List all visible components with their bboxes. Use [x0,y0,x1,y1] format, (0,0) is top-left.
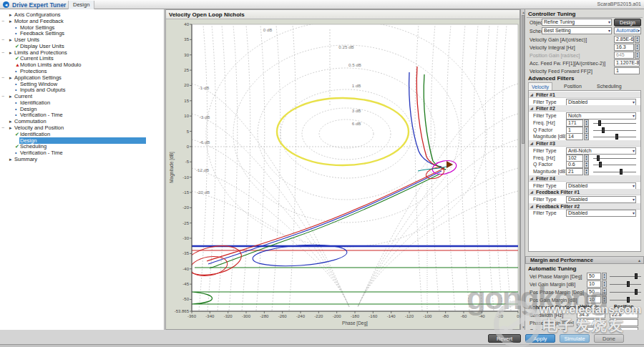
sidebar-item-motion-limits-and-modulo[interactable]: ▲Motion Limits and Modulo [0,62,165,68]
collapse-icon[interactable]: − [1,74,4,81]
param-input[interactable]: 1 [614,67,640,74]
spinner-control[interactable]: ▲▼ [602,280,607,288]
tab-velocity[interactable]: Velocity [528,82,552,90]
filter-param-input[interactable]: 0.6 [566,161,583,168]
param-input[interactable]: 16.3 [614,44,634,51]
filter-group-header[interactable]: ◢Filter #4 [529,175,640,182]
auto-tuning-input[interactable]: 10 [587,280,601,288]
sidebar-item-velocity-and-position[interactable]: −▸Velocity and Position [0,124,165,131]
scheduling-dropdown[interactable]: Best Setting▾ [542,27,612,34]
sidebar-item-setting-window[interactable]: •Setting Window [0,81,165,87]
param-input[interactable]: 2.85E-6 [614,36,634,43]
auto-tuning-slider[interactable] [610,288,641,295]
slider-handle[interactable] [602,127,605,133]
param-input[interactable]: 645 [614,52,634,59]
slider-handle[interactable] [615,134,618,140]
sidebar-item-design[interactable]: ✔Design [0,137,165,144]
scheduling-mode-dropdown[interactable]: Automatic▾ [614,27,641,34]
spinner-control[interactable]: ▲▼ [635,52,640,59]
sidebar-item-commutation[interactable]: ▸Commutation [0,118,165,124]
filter-type-dropdown[interactable]: Disabled▾ [566,196,636,203]
filter-param-input[interactable]: 1 [566,127,583,134]
filter-param-slider[interactable] [593,161,636,168]
slider-handle[interactable] [635,273,638,279]
auto-tuning-slider[interactable] [610,280,641,288]
filter-param-input[interactable]: 21 [566,168,583,175]
filter-type-dropdown[interactable]: Disabled▾ [566,182,636,190]
sidebar-item-feedback-settings[interactable]: •Feedback Settings [0,30,165,36]
filter-group-header[interactable]: ◢Feedback Filter #2 [529,203,640,210]
sidebar-item-inputs-and-outputs[interactable]: •Inputs and Outputs [0,87,165,93]
panel-scrollbar[interactable]: ▴ ▾ [520,9,525,330]
filter-param-slider[interactable] [593,155,636,162]
sidebar-item-summary[interactable]: ▸Summary [0,156,165,162]
design-button[interactable]: Design [614,19,641,26]
expand-icon[interactable]: ◢ [530,106,533,110]
sidebar-item-protections[interactable]: •Protections [0,68,165,74]
filter-param-input[interactable]: 102 [566,155,583,162]
tab-design[interactable]: Design [68,1,94,9]
sidebar-item-identification[interactable]: •Identification [0,99,165,106]
param-input[interactable]: 1.1207E-8 [614,59,640,67]
sidebar-item-verification-time[interactable]: •Verification - Time [0,150,165,156]
margin-performance-header[interactable]: Margin and Performance ▴ [525,256,644,264]
collapse-icon[interactable]: − [1,124,4,131]
auto-tuning-slider[interactable] [610,296,641,303]
filter-group-header[interactable]: ◢Filter #3 [529,140,640,147]
filter-group-header[interactable]: ◢Feedback Filter #1 [529,189,640,195]
auto-tuning-input[interactable]: 50 [587,288,601,295]
revert-button[interactable]: Revert [488,334,521,343]
slider-handle[interactable] [598,120,601,126]
tab-position[interactable]: Position [561,82,585,90]
sidebar-item-axis-configurations[interactable]: ▸Axis Configurations [0,11,165,18]
sidebar-item-application-settings[interactable]: −▸Application Settings [0,74,165,81]
sidebar-item-motor-and-feedback[interactable]: −▸Motor and Feedback [0,18,165,24]
objective-dropdown[interactable]: Refine Tuning▾ [542,19,612,26]
spinner-control[interactable]: ▲▼ [602,296,607,303]
collapse-icon[interactable]: ▴ [638,257,640,264]
slider-handle[interactable] [597,155,600,161]
collapse-icon[interactable]: − [1,49,4,56]
sidebar-item-scheduling[interactable]: ✔Scheduling [0,143,165,150]
spinner-control[interactable]: ▲▼ [584,127,589,134]
auto-tuning-input[interactable]: 10 [587,296,601,303]
spinner-control[interactable]: ▲▼ [584,155,589,162]
sidebar-item-user-units[interactable]: −▸User Units [0,36,165,43]
spinner-control[interactable]: ▲▼ [635,36,640,43]
collapse-icon[interactable]: − [1,36,4,43]
slider-handle[interactable] [599,162,602,167]
slider-handle[interactable] [627,281,630,287]
spinner-control[interactable]: ▲▼ [584,161,589,168]
filter-param-slider[interactable] [593,127,636,134]
filter-type-dropdown[interactable]: Notch▾ [566,112,636,119]
auto-tuning-input[interactable]: 50 [587,273,601,280]
filter-group-header[interactable]: ◢Filter #2 [529,105,640,112]
spinner-control[interactable]: ▲▼ [584,133,589,140]
expand-icon[interactable]: ◢ [530,92,533,97]
expand-icon[interactable]: ◢ [530,176,533,180]
filter-type-dropdown[interactable]: Disabled▾ [566,99,636,106]
expand-icon[interactable]: ◢ [530,204,533,208]
sidebar-item-display-user-units[interactable]: ✔Display User Units [0,43,165,49]
filter-group-header[interactable]: ◢Filter #1 [529,92,640,98]
scroll-thumb[interactable] [522,15,525,144]
spinner-control[interactable]: ▲▼ [635,44,640,51]
done-button[interactable]: Done [594,334,624,343]
slider-handle[interactable] [635,289,638,295]
sidebar-item-design[interactable]: •Design [0,106,165,112]
spinner-control[interactable]: ▲▼ [602,273,607,280]
auto-tuning-slider[interactable] [610,273,641,280]
sidebar-item-identification[interactable]: ✔Identification [0,131,165,137]
expand-icon[interactable]: ◢ [530,190,533,194]
apply-button[interactable]: Apply [525,334,555,343]
sidebar-item-current[interactable]: −▸Current [0,93,165,99]
simulate-button[interactable]: Simulate [560,334,590,343]
sidebar-item-verification-time[interactable]: •Verification - Time [0,112,165,118]
sidebar-item-motor-settings[interactable]: •Motor Settings [0,24,165,31]
sidebar-item-limits-and-protections[interactable]: −▸Limits and Protections [0,49,165,56]
expand-icon[interactable]: ◢ [530,141,533,145]
slider-handle[interactable] [627,297,630,303]
filter-param-slider[interactable] [593,133,636,140]
filter-param-slider[interactable] [593,168,636,175]
filter-type-dropdown[interactable]: Disabled▾ [566,210,636,217]
